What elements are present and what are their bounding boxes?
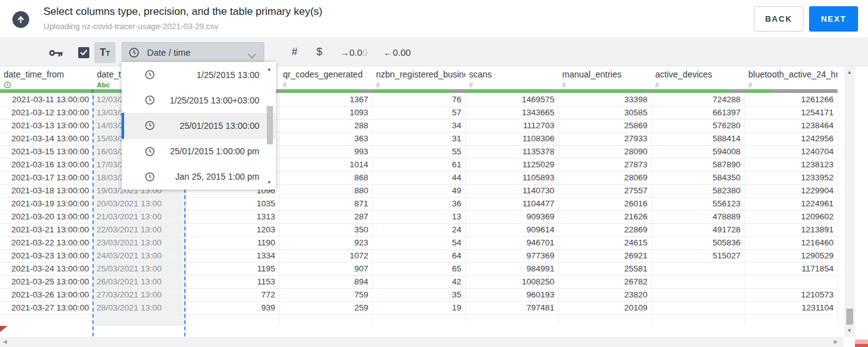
cell: 76 [372, 93, 465, 106]
decrease-decimals-button[interactable]: ←0.00 [383, 47, 411, 58]
cell: 35 [372, 288, 465, 301]
column-header-manual_entries[interactable]: manual_entries# [558, 66, 651, 89]
table-row: 2021-03-27 13:00:0028/03/2021 13:0093925… [0, 301, 838, 314]
column-header-active_devices[interactable]: active_devices# [651, 66, 745, 89]
scroll-down-icon[interactable]: ▼ [847, 328, 852, 333]
vertical-scrollbar: ▲ ▼ [844, 66, 855, 337]
dropdown-scrollbar-thumb[interactable] [267, 106, 273, 144]
cell: 1233952 [745, 171, 838, 184]
type-select[interactable]: Date / time [122, 42, 264, 63]
cell [372, 314, 465, 326]
cell: 1343665 [465, 106, 558, 119]
cell: 2021-03-23 13:00:00 [0, 249, 93, 262]
increase-decimals-button[interactable]: →0.00 [340, 47, 367, 58]
column-name: active_devices [655, 69, 745, 79]
primary-key-icon[interactable] [49, 48, 63, 60]
next-button[interactable]: NEXT [809, 6, 858, 32]
cell: 33398 [558, 93, 651, 106]
date-format-label: 1/25/2015 13:00 [155, 70, 276, 80]
cell: 28069 [558, 171, 651, 184]
scroll-right-icon[interactable]: ▶ [834, 339, 838, 345]
column-name: date_time_from [4, 69, 93, 79]
cell: 61 [372, 158, 465, 171]
number-type-icon: # [469, 81, 558, 89]
column-name: bluetooth_active_24_hr_ [748, 69, 838, 79]
cell: 1008250 [465, 275, 558, 288]
column-header-nzbn_registered_busine[interactable]: nzbn_registered_busine# [372, 66, 465, 89]
cell: 1195 [186, 262, 279, 275]
cell: 26782 [558, 275, 651, 288]
column-name: qr_codes_generated [283, 69, 372, 79]
cell: 984991 [465, 262, 558, 275]
cell: 26/03/2021 13:00 [93, 275, 186, 288]
date-format-option[interactable]: 25/01/2015 13:00:00 [122, 113, 276, 138]
cell: 28090 [558, 145, 651, 158]
cell: 880 [279, 184, 372, 197]
cell: 1367 [279, 93, 372, 106]
cell: 2021-03-26 13:00:00 [0, 288, 93, 301]
cell: 2021-03-19 13:00:00 [0, 197, 93, 210]
cell: 27933 [558, 132, 651, 145]
scroll-down-icon[interactable]: ▼ [267, 180, 272, 185]
text-type-button[interactable]: TT [94, 42, 115, 63]
cell [651, 288, 745, 301]
cell: 23820 [558, 288, 651, 301]
dropdown-scrollbar: ▲ ▼ [266, 64, 275, 188]
scroll-left-icon[interactable]: ◀ [3, 339, 7, 345]
cell: 946701 [465, 236, 558, 249]
currency-type-icon[interactable]: $ [316, 46, 322, 58]
column-header-date_time_from[interactable]: date_time_from [0, 66, 93, 89]
number-type-icon: # [562, 81, 651, 89]
cell: 1238123 [745, 158, 838, 171]
clock-icon [145, 69, 155, 80]
table-row: 2021-03-26 13:00:0027/03/2021 13:0077275… [0, 288, 838, 301]
number-type-icon[interactable]: # [292, 46, 297, 58]
cell: 2021-03-21 13:00:00 [0, 223, 93, 236]
cell: 2021-03-25 13:00:00 [0, 275, 93, 288]
clock-type-icon [4, 81, 93, 89]
cell: 2021-03-18 13:00:00 [0, 184, 93, 197]
cell: 582380 [651, 184, 745, 197]
scroll-up-icon[interactable]: ▲ [267, 66, 272, 72]
date-format-option[interactable]: Jan 25, 2015 1:00 pm [122, 164, 276, 190]
cell: 556123 [651, 197, 745, 210]
cell: 25581 [558, 262, 651, 275]
cell: 1240704 [745, 145, 838, 158]
column-header-scans[interactable]: scans# [465, 66, 558, 89]
column-header-bluetooth_active_24_hr_[interactable]: bluetooth_active_24_hr_# [745, 66, 838, 89]
cell: 1313 [186, 210, 279, 223]
vertical-scrollbar-thumb[interactable] [846, 309, 853, 325]
cell: 2021-03-11 13:00:00 [0, 93, 93, 106]
cell: 960193 [465, 288, 558, 301]
cell: 587890 [651, 158, 745, 171]
cell: 797481 [465, 301, 558, 314]
cell: 2021-03-20 13:00:00 [0, 210, 93, 223]
cell: 363 [279, 132, 372, 145]
chevron-down-icon [248, 50, 256, 61]
cell: 1242956 [745, 132, 838, 145]
cell: 2021-03-13 13:00:00 [0, 119, 93, 132]
cell: 1104477 [465, 197, 558, 210]
cell: 2021-03-24 13:00:00 [0, 262, 93, 275]
checkbox-checked-icon[interactable] [78, 47, 89, 58]
cell: 1224961 [745, 197, 838, 210]
cell: 661397 [651, 106, 745, 119]
empty-row [0, 314, 838, 326]
cell: 30585 [558, 106, 651, 119]
column-header-qr_codes_generated[interactable]: qr_codes_generated# [279, 66, 372, 89]
scroll-up-icon[interactable]: ▲ [847, 69, 852, 75]
cell: 21626 [558, 210, 651, 223]
page-title: Select columns type, precision, and the … [43, 6, 323, 18]
date-format-option[interactable]: 25/01/2015 1:00:00 pm [122, 139, 276, 164]
cell: 1112703 [465, 119, 558, 132]
number-type-icon: # [655, 81, 745, 89]
cell: 1035 [186, 197, 279, 210]
date-format-option[interactable]: 1/25/2015 13:00 [122, 62, 276, 87]
cell: 31 [372, 132, 465, 145]
upload-cloud-icon [12, 11, 29, 28]
back-button[interactable]: BACK [754, 6, 803, 32]
cell [745, 275, 838, 288]
clock-icon [145, 172, 155, 182]
date-format-option[interactable]: 1/25/2015 13:00+03:00 [122, 87, 276, 113]
cell: 1209602 [745, 210, 838, 223]
